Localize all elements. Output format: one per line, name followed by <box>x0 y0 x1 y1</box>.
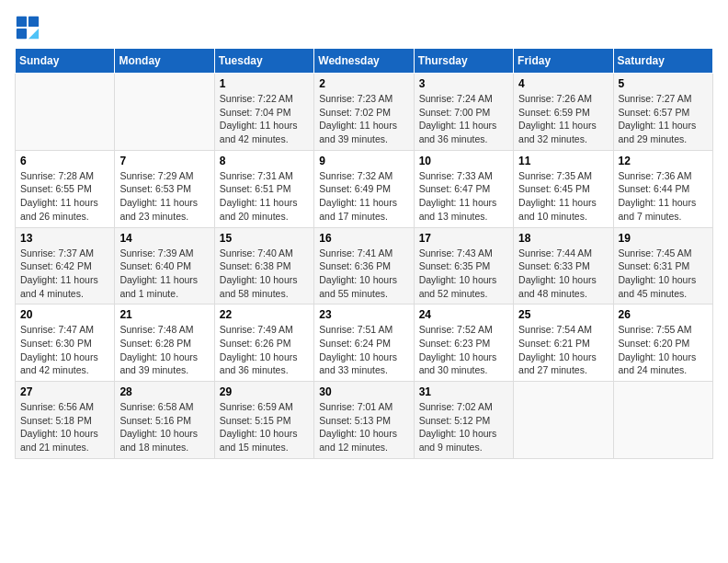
day-number: 13 <box>20 232 109 245</box>
day-detail: Sunrise: 7:01 AM Sunset: 5:13 PM Dayligh… <box>319 400 408 454</box>
day-number: 29 <box>220 385 309 398</box>
day-number: 24 <box>419 308 508 321</box>
day-detail: Sunrise: 6:59 AM Sunset: 5:15 PM Dayligh… <box>220 400 309 454</box>
day-number: 26 <box>619 308 708 321</box>
day-number: 23 <box>319 308 408 321</box>
day-header-wednesday: Wednesday <box>314 49 414 74</box>
calendar-cell: 14Sunrise: 7:39 AM Sunset: 6:40 PM Dayli… <box>115 227 214 304</box>
svg-rect-2 <box>17 29 27 39</box>
day-detail: Sunrise: 7:45 AM Sunset: 6:31 PM Dayligh… <box>619 247 708 301</box>
day-header-saturday: Saturday <box>613 49 712 74</box>
day-number: 4 <box>518 77 608 90</box>
day-number: 1 <box>220 77 309 90</box>
day-detail: Sunrise: 7:43 AM Sunset: 6:35 PM Dayligh… <box>419 247 508 301</box>
day-detail: Sunrise: 7:36 AM Sunset: 6:44 PM Dayligh… <box>619 169 708 224</box>
svg-rect-0 <box>17 17 27 27</box>
day-detail: Sunrise: 7:41 AM Sunset: 6:36 PM Dayligh… <box>319 247 408 301</box>
calendar-cell: 7Sunrise: 7:29 AM Sunset: 6:53 PM Daylig… <box>115 150 214 227</box>
day-number: 17 <box>419 232 508 245</box>
day-number: 19 <box>619 232 708 245</box>
day-detail: Sunrise: 7:28 AM Sunset: 6:55 PM Dayligh… <box>20 169 109 224</box>
calendar-cell: 3Sunrise: 7:24 AM Sunset: 7:00 PM Daylig… <box>414 74 513 151</box>
calendar-cell: 13Sunrise: 7:37 AM Sunset: 6:42 PM Dayli… <box>16 227 115 304</box>
day-number: 28 <box>119 385 209 398</box>
day-number: 7 <box>119 155 209 167</box>
day-detail: Sunrise: 7:54 AM Sunset: 6:21 PM Dayligh… <box>518 323 608 377</box>
calendar-cell <box>514 382 613 459</box>
week-row-2: 6Sunrise: 7:28 AM Sunset: 6:55 PM Daylig… <box>16 150 713 227</box>
calendar-cell <box>115 74 214 151</box>
calendar-cell: 30Sunrise: 7:01 AM Sunset: 5:13 PM Dayli… <box>314 382 414 459</box>
calendar-cell: 19Sunrise: 7:45 AM Sunset: 6:31 PM Dayli… <box>613 227 712 304</box>
day-number: 10 <box>419 155 508 167</box>
day-number: 16 <box>319 232 408 245</box>
day-detail: Sunrise: 6:58 AM Sunset: 5:16 PM Dayligh… <box>119 400 209 454</box>
calendar-cell: 16Sunrise: 7:41 AM Sunset: 6:36 PM Dayli… <box>314 227 414 304</box>
day-detail: Sunrise: 6:56 AM Sunset: 5:18 PM Dayligh… <box>20 400 109 454</box>
day-detail: Sunrise: 7:52 AM Sunset: 6:23 PM Dayligh… <box>419 323 508 377</box>
day-number: 5 <box>619 77 708 90</box>
day-number: 8 <box>220 155 309 167</box>
day-detail: Sunrise: 7:02 AM Sunset: 5:12 PM Dayligh… <box>419 400 508 454</box>
calendar-cell: 12Sunrise: 7:36 AM Sunset: 6:44 PM Dayli… <box>613 150 712 227</box>
day-detail: Sunrise: 7:31 AM Sunset: 6:51 PM Dayligh… <box>220 169 309 224</box>
calendar-cell: 31Sunrise: 7:02 AM Sunset: 5:12 PM Dayli… <box>414 382 513 459</box>
calendar-cell: 11Sunrise: 7:35 AM Sunset: 6:45 PM Dayli… <box>514 150 613 227</box>
calendar-cell: 28Sunrise: 6:58 AM Sunset: 5:16 PM Dayli… <box>115 382 214 459</box>
day-number: 9 <box>319 155 408 167</box>
day-number: 20 <box>20 308 109 321</box>
day-header-tuesday: Tuesday <box>214 49 313 74</box>
day-number: 30 <box>319 385 408 398</box>
day-detail: Sunrise: 7:23 AM Sunset: 7:02 PM Dayligh… <box>319 92 408 146</box>
day-header-sunday: Sunday <box>16 49 115 74</box>
day-number: 31 <box>419 385 508 398</box>
calendar-cell: 5Sunrise: 7:27 AM Sunset: 6:57 PM Daylig… <box>613 74 712 151</box>
calendar-cell <box>613 382 712 459</box>
calendar-cell: 22Sunrise: 7:49 AM Sunset: 6:26 PM Dayli… <box>214 304 313 382</box>
day-detail: Sunrise: 7:40 AM Sunset: 6:38 PM Dayligh… <box>220 247 309 301</box>
day-number: 15 <box>220 232 309 245</box>
day-detail: Sunrise: 7:33 AM Sunset: 6:47 PM Dayligh… <box>419 169 508 224</box>
calendar-cell: 2Sunrise: 7:23 AM Sunset: 7:02 PM Daylig… <box>314 74 414 151</box>
calendar-cell: 24Sunrise: 7:52 AM Sunset: 6:23 PM Dayli… <box>414 304 513 382</box>
day-number: 6 <box>20 155 109 167</box>
calendar-cell: 21Sunrise: 7:48 AM Sunset: 6:28 PM Dayli… <box>115 304 214 382</box>
day-detail: Sunrise: 7:26 AM Sunset: 6:59 PM Dayligh… <box>518 92 608 146</box>
day-detail: Sunrise: 7:39 AM Sunset: 6:40 PM Dayligh… <box>119 247 209 301</box>
day-detail: Sunrise: 7:27 AM Sunset: 6:57 PM Dayligh… <box>619 92 708 146</box>
day-detail: Sunrise: 7:49 AM Sunset: 6:26 PM Dayligh… <box>220 323 309 377</box>
day-number: 14 <box>119 232 209 245</box>
calendar-cell: 6Sunrise: 7:28 AM Sunset: 6:55 PM Daylig… <box>16 150 115 227</box>
calendar-cell: 15Sunrise: 7:40 AM Sunset: 6:38 PM Dayli… <box>214 227 313 304</box>
day-header-monday: Monday <box>115 49 214 74</box>
day-header-friday: Friday <box>514 49 613 74</box>
day-detail: Sunrise: 7:35 AM Sunset: 6:45 PM Dayligh… <box>518 169 608 224</box>
calendar-cell: 29Sunrise: 6:59 AM Sunset: 5:15 PM Dayli… <box>214 382 313 459</box>
calendar-cell: 1Sunrise: 7:22 AM Sunset: 7:04 PM Daylig… <box>214 74 313 151</box>
logo <box>15 15 44 40</box>
day-number: 18 <box>518 232 608 245</box>
day-detail: Sunrise: 7:48 AM Sunset: 6:28 PM Dayligh… <box>119 323 209 377</box>
day-detail: Sunrise: 7:51 AM Sunset: 6:24 PM Dayligh… <box>319 323 408 377</box>
calendar-cell: 27Sunrise: 6:56 AM Sunset: 5:18 PM Dayli… <box>16 382 115 459</box>
calendar-cell: 9Sunrise: 7:32 AM Sunset: 6:49 PM Daylig… <box>314 150 414 227</box>
day-detail: Sunrise: 7:32 AM Sunset: 6:49 PM Dayligh… <box>319 169 408 224</box>
day-number: 11 <box>518 155 608 167</box>
week-row-1: 1Sunrise: 7:22 AM Sunset: 7:04 PM Daylig… <box>16 74 713 151</box>
week-row-3: 13Sunrise: 7:37 AM Sunset: 6:42 PM Dayli… <box>16 227 713 304</box>
calendar-cell: 25Sunrise: 7:54 AM Sunset: 6:21 PM Dayli… <box>514 304 613 382</box>
calendar-cell: 4Sunrise: 7:26 AM Sunset: 6:59 PM Daylig… <box>514 74 613 151</box>
day-detail: Sunrise: 7:29 AM Sunset: 6:53 PM Dayligh… <box>119 169 209 224</box>
day-detail: Sunrise: 7:22 AM Sunset: 7:04 PM Dayligh… <box>220 92 309 146</box>
day-number: 2 <box>319 77 408 90</box>
day-detail: Sunrise: 7:47 AM Sunset: 6:30 PM Dayligh… <box>20 323 109 377</box>
calendar-cell: 26Sunrise: 7:55 AM Sunset: 6:20 PM Dayli… <box>613 304 712 382</box>
day-number: 27 <box>20 385 109 398</box>
day-number: 3 <box>419 77 508 90</box>
day-detail: Sunrise: 7:37 AM Sunset: 6:42 PM Dayligh… <box>20 247 109 301</box>
calendar-table: SundayMondayTuesdayWednesdayThursdayFrid… <box>15 48 713 459</box>
svg-marker-3 <box>28 29 39 39</box>
calendar-cell: 18Sunrise: 7:44 AM Sunset: 6:33 PM Dayli… <box>514 227 613 304</box>
logo-icon <box>15 15 40 40</box>
calendar-header-row: SundayMondayTuesdayWednesdayThursdayFrid… <box>16 49 713 74</box>
